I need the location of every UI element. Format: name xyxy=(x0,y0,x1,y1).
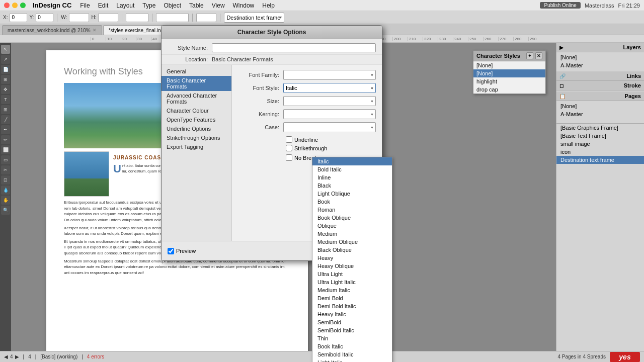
obj-dest-frame[interactable]: Destination text frame xyxy=(556,156,644,164)
no-break-checkbox[interactable] xyxy=(286,154,292,161)
h-input[interactable] xyxy=(98,13,118,22)
size-select[interactable] xyxy=(283,96,376,106)
menu-window[interactable]: Window xyxy=(229,0,258,11)
sidebar-basic-char[interactable]: Basic Character Formats xyxy=(162,76,231,91)
sidebar-opentype[interactable]: OpenType Features xyxy=(162,115,231,124)
tab-workbook-close[interactable]: ✕ xyxy=(93,28,97,33)
kerning-select[interactable] xyxy=(283,109,376,119)
font-style-medium-italic[interactable]: Medium Italic xyxy=(312,286,392,294)
font-style-ultra-light[interactable]: Ultra Light xyxy=(312,270,392,278)
style-highlight[interactable]: highlight xyxy=(473,77,545,85)
pages-none[interactable]: [None] xyxy=(556,102,644,110)
prev-page-btn[interactable]: ◀ xyxy=(4,354,8,359)
preview-checkbox[interactable] xyxy=(168,248,174,254)
sidebar-export[interactable]: Export Tagging xyxy=(162,142,231,151)
next-page-btn[interactable]: ▶ xyxy=(15,354,19,359)
font-style-demi-bold-italic[interactable]: Demi Bold Italic xyxy=(312,302,392,310)
fullscreen-button[interactable] xyxy=(20,3,26,8)
size-input[interactable]: 0 pt xyxy=(126,13,148,22)
tab-workbook[interactable]: masterclass_workbook.indd @ 210% ✕ xyxy=(2,25,102,35)
sidebar-advanced-char[interactable]: Advanced Character Formats xyxy=(162,91,231,106)
preview-checkbox-label[interactable]: Preview xyxy=(168,248,196,254)
sidebar-char-colour[interactable]: Character Colour xyxy=(162,106,231,115)
table-tool[interactable]: ⊞ xyxy=(1,105,10,114)
line-tool[interactable]: ╱ xyxy=(1,115,10,124)
font-style-book[interactable]: Book xyxy=(312,198,392,206)
font-style-semibold[interactable]: SemiBold xyxy=(312,318,392,326)
page-nav[interactable]: ◀ 4 ▶ xyxy=(4,354,19,359)
font-style-inline[interactable]: Inline xyxy=(312,173,392,182)
font-style-heavy[interactable]: Heavy xyxy=(312,254,392,262)
sidebar-strikethrough[interactable]: Strikethrough Options xyxy=(162,133,231,142)
text-tool[interactable]: T xyxy=(1,95,10,104)
menu-help[interactable]: Help xyxy=(259,0,278,11)
layers-amaster[interactable]: A-Master xyxy=(556,61,644,69)
obj-basic-text[interactable]: [Basic Text Frame] xyxy=(556,132,644,140)
font-style-semibold-italic-2[interactable]: Semibold Italic xyxy=(312,350,392,358)
x-input[interactable] xyxy=(10,13,27,22)
scissors-tool[interactable]: ✂ xyxy=(1,165,10,174)
font-style-medium[interactable]: Medium xyxy=(312,230,392,238)
w-input[interactable] xyxy=(69,13,89,22)
menu-type[interactable]: Type xyxy=(139,0,159,11)
menu-edit[interactable]: Edit xyxy=(95,0,112,11)
direct-select-tool[interactable]: ↗ xyxy=(1,55,10,64)
font-style-dropdown[interactable]: Italic Bold Italic Inline Black Light Ob… xyxy=(312,157,392,362)
style-none-2[interactable]: [None] xyxy=(473,69,545,77)
underline-checkbox[interactable] xyxy=(286,136,292,143)
layers-header[interactable]: ▶ Layers xyxy=(556,43,644,52)
font-style-book-italic[interactable]: Book Italic xyxy=(312,342,392,350)
style-name-input[interactable]: highlight xyxy=(212,43,376,52)
menu-object[interactable]: Object xyxy=(160,0,185,11)
close-button[interactable] xyxy=(4,3,10,8)
font-family-select[interactable] xyxy=(283,70,376,80)
menu-view[interactable]: View xyxy=(208,0,228,11)
sidebar-general[interactable]: General xyxy=(162,67,231,76)
links-header[interactable]: 🔗 Links xyxy=(556,71,644,81)
font-style-roman[interactable]: Roman xyxy=(312,206,392,214)
gap-tool[interactable]: ⊞ xyxy=(1,75,10,84)
font-style-black[interactable]: Black xyxy=(312,182,392,190)
strikethrough-checkbox-label[interactable]: Strikethrough xyxy=(286,145,376,151)
eyedropper-tool[interactable]: 💧 xyxy=(1,186,10,195)
obj-icon[interactable]: icon xyxy=(556,148,644,156)
zoom-tool[interactable]: 🔍 xyxy=(1,206,10,215)
delete-style-btn[interactable]: ✕ xyxy=(535,52,542,59)
strikethrough-checkbox[interactable] xyxy=(286,145,292,151)
pen-tool[interactable]: ✒ xyxy=(1,125,10,134)
font-style-heavy-italic[interactable]: Heavy Italic xyxy=(312,310,392,318)
menu-file[interactable]: File xyxy=(76,0,93,11)
font-style-medium-oblique[interactable]: Medium Oblique xyxy=(312,238,392,246)
free-transform-tool[interactable]: ⊡ xyxy=(1,175,10,185)
layers-none[interactable]: [None] xyxy=(556,53,644,61)
style-none-1[interactable]: [None] xyxy=(473,61,545,69)
hand-tool[interactable]: ✋ xyxy=(1,196,10,205)
rectangle-frame-tool[interactable]: ⬜ xyxy=(1,145,10,154)
case-select[interactable] xyxy=(283,122,376,132)
font-style-bold-italic[interactable]: Bold Italic xyxy=(312,165,392,173)
font-style-black-oblique[interactable]: Black Oblique xyxy=(312,246,392,254)
frame-select[interactable]: Destination text frame xyxy=(224,13,284,23)
font-style-italic[interactable]: Italic xyxy=(312,157,392,165)
underline-checkbox-label[interactable]: Underline xyxy=(286,136,376,143)
font-style-input[interactable] xyxy=(283,83,376,93)
font-style-light-italic[interactable]: Light Italic xyxy=(312,358,392,362)
obj-small-image[interactable]: small image xyxy=(556,140,644,148)
sidebar-underline[interactable]: Underline Options xyxy=(162,124,231,133)
menu-layout[interactable]: Layout xyxy=(113,0,138,11)
page-tool[interactable]: 📄 xyxy=(1,65,10,74)
new-style-btn[interactable]: + xyxy=(526,52,533,59)
font-style-semibold-italic[interactable]: SemiBold Italic xyxy=(312,326,392,334)
mm-input[interactable]: 4.233 mm xyxy=(156,13,189,22)
pages-amaster[interactable]: A-Master xyxy=(556,110,644,118)
minimize-button[interactable] xyxy=(12,3,18,8)
stroke-header[interactable]: ◻ Stroke xyxy=(556,81,644,90)
rectangle-tool[interactable]: ▭ xyxy=(1,155,10,164)
content-tool[interactable]: ✥ xyxy=(1,85,10,94)
font-style-oblique[interactable]: Oblique xyxy=(312,222,392,230)
font-style-heavy-oblique[interactable]: Heavy Oblique xyxy=(312,262,392,270)
pencil-tool[interactable]: ✏ xyxy=(1,135,10,144)
publish-online-btn[interactable]: Publish Online xyxy=(540,2,580,9)
y-input[interactable] xyxy=(36,13,53,22)
font-style-demi-bold[interactable]: Demi Bold xyxy=(312,294,392,302)
